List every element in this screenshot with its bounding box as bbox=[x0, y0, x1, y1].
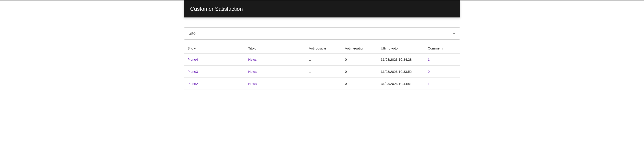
sito-link[interactable]: Plone4 bbox=[188, 58, 198, 61]
sito-link[interactable]: Plone2 bbox=[188, 82, 198, 86]
ultimo-voto-cell: 31/03/2023 10:34:28 bbox=[377, 53, 424, 66]
table-row: Plone4News1031/03/2023 10:34:281 bbox=[184, 53, 460, 66]
titolo-link[interactable]: News bbox=[248, 70, 257, 73]
sort-desc-icon: ▼ bbox=[194, 47, 196, 50]
column-label: Sito bbox=[188, 46, 193, 50]
column-header-commenti[interactable]: Commenti bbox=[424, 43, 460, 53]
table-row: Plone3News1031/03/2023 10:33:520 bbox=[184, 66, 460, 78]
column-header-sito[interactable]: Sito▼ bbox=[184, 43, 245, 53]
results-table: Sito▼ Titolo Voti positivi Voti negativi… bbox=[184, 43, 460, 90]
ultimo-voto-cell: 31/03/2023 10:33:52 bbox=[377, 66, 424, 78]
titolo-link[interactable]: News bbox=[248, 82, 257, 86]
voti-positivi-cell: 1 bbox=[306, 66, 341, 78]
titolo-link[interactable]: News bbox=[248, 58, 257, 61]
sito-link[interactable]: Plone3 bbox=[188, 70, 198, 73]
caret-down-icon bbox=[453, 33, 456, 34]
sito-filter-placeholder: Sito bbox=[188, 31, 196, 36]
voti-negativi-cell: 0 bbox=[341, 53, 377, 66]
commenti-link[interactable]: 1 bbox=[428, 58, 430, 61]
column-label: Ultimo voto bbox=[381, 46, 398, 50]
column-header-titolo[interactable]: Titolo bbox=[245, 43, 306, 53]
page-title: Customer Satisfaction bbox=[190, 6, 243, 12]
voti-positivi-cell: 1 bbox=[306, 53, 341, 66]
voti-negativi-cell: 0 bbox=[341, 78, 377, 90]
column-label: Titolo bbox=[248, 46, 256, 50]
commenti-link[interactable]: 0 bbox=[428, 70, 430, 73]
page-header: Customer Satisfaction bbox=[184, 0, 460, 17]
commenti-link[interactable]: 1 bbox=[428, 82, 430, 86]
column-header-ultimo-voto[interactable]: Ultimo voto bbox=[377, 43, 424, 53]
ultimo-voto-cell: 31/03/2023 10:44:51 bbox=[377, 78, 424, 90]
voti-negativi-cell: 0 bbox=[341, 66, 377, 78]
column-label: Voti negativi bbox=[345, 46, 363, 50]
column-header-voti-positivi[interactable]: Voti positivi bbox=[306, 43, 341, 53]
sito-filter-select[interactable]: Sito bbox=[184, 27, 460, 40]
column-header-voti-negativi[interactable]: Voti negativi bbox=[341, 43, 377, 53]
column-label: Commenti bbox=[428, 46, 443, 50]
column-label: Voti positivi bbox=[309, 46, 326, 50]
table-row: Plone2News1031/03/2023 10:44:511 bbox=[184, 78, 460, 90]
voti-positivi-cell: 1 bbox=[306, 78, 341, 90]
